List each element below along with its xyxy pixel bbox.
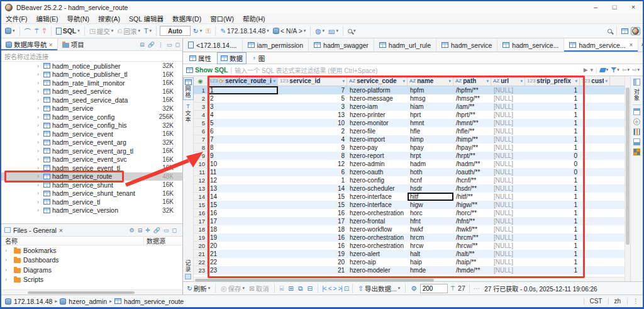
table-row[interactable]: 222220hzero-aiphaip/haip/**[NULL]1: [194, 258, 625, 266]
table-row[interactable]: 131314hzero-schedulerhsdr/hsdr/**[NULL]1: [194, 184, 625, 193]
chevron-right-icon[interactable]: ›: [37, 131, 43, 137]
cell-service_id[interactable]: 12: [278, 160, 347, 168]
chevron-right-icon[interactable]: ›: [5, 276, 11, 283]
refresh-icon[interactable]: ✛: [145, 227, 150, 233]
menu-item-3[interactable]: 搜索(A): [94, 14, 125, 23]
cell-path[interactable]: /hadm/**: [453, 160, 491, 168]
next-row-icon[interactable]: >: [333, 285, 336, 292]
cell-strip_prefix[interactable]: 1: [525, 242, 580, 250]
cell-service_code[interactable]: hzero-file: [347, 127, 408, 135]
value-circle-icon[interactable]: ⊕: [633, 118, 640, 125]
delete-row-icon[interactable]: ⊟: [306, 284, 314, 293]
presentation-grid-tab[interactable]: 网格: [183, 77, 194, 100]
column-header-path[interactable]: AZpath▾: [453, 76, 491, 86]
cell-service_code[interactable]: hzero-pay: [347, 143, 408, 152]
chevron-right-icon[interactable]: ›: [37, 122, 43, 128]
cell-service_code[interactable]: hzero-frontal: [347, 217, 408, 225]
tree-item[interactable]: ›hadm_service_event_arg_tl16K: [1, 147, 182, 155]
cell-url[interactable]: [NULL]: [491, 217, 525, 225]
row-number[interactable]: 5: [194, 119, 208, 127]
cell-service_id[interactable]: 9: [278, 143, 347, 152]
cell-strip_prefix[interactable]: 1: [525, 266, 580, 274]
column-filter-icon[interactable]: ▾: [448, 79, 451, 84]
cell-path[interactable]: /hpay/**: [453, 143, 491, 152]
tree-item[interactable]: ›hadm_service_event_svc16K: [1, 155, 182, 164]
tab-overflow-indicator[interactable]: »11: [638, 41, 644, 50]
network-icon[interactable]: 🖴▾: [327, 26, 340, 35]
editor-tab[interactable]: iam_permission: [243, 38, 309, 52]
table-row[interactable]: 141415hzero-interfacehitf/hitf/**[NULL]1: [194, 193, 625, 201]
cell-custom_sensi[interactable]: [580, 143, 610, 152]
cell-url[interactable]: [NULL]: [491, 127, 525, 135]
cell-service_id[interactable]: 2: [278, 127, 347, 135]
tree-item[interactable]: ›hadm_service_config256K: [1, 113, 182, 121]
files-tree-item[interactable]: ›Diagrams: [1, 265, 182, 275]
cell-service_id[interactable]: 1: [278, 176, 347, 184]
column-filter-icon[interactable]: ▾: [605, 79, 608, 84]
row-number[interactable]: 23: [194, 266, 208, 274]
cell-name[interactable]: hmnt: [408, 119, 453, 127]
cell-service_id[interactable]: 5: [278, 94, 347, 103]
files-tree-item[interactable]: ›Bookmarks: [1, 245, 182, 256]
cell-custom_sensi[interactable]: [580, 127, 610, 135]
cell-service_route_id[interactable]: 5: [208, 119, 278, 127]
tree-item[interactable]: ›hadm_seed_service16K: [1, 87, 182, 96]
link-editor-icon[interactable]: 🔗: [153, 227, 160, 233]
column-header-custom_sensi[interactable]: 123custom_sensi▾: [580, 76, 610, 86]
tree-item[interactable]: ›hadm_notice_publisher32K: [1, 62, 182, 70]
tree-item[interactable]: ›hadm_service_event_tl16K: [1, 164, 182, 172]
cell-custom_sensi[interactable]: [580, 168, 610, 176]
cell-strip_prefix[interactable]: 1: [525, 193, 580, 201]
cell-service_id[interactable]: 16: [278, 233, 347, 242]
cell-service_code[interactable]: hzero-platform: [347, 86, 408, 94]
cell-custom_sensi[interactable]: [580, 217, 610, 225]
row-number[interactable]: 22: [194, 258, 208, 266]
cloud-icon[interactable]: ◍▾: [314, 26, 326, 35]
disconnect-icon[interactable]: ⍢: [41, 26, 47, 36]
column-filter-icon[interactable]: ▾: [575, 79, 577, 84]
maximize-panel-icon[interactable]: ◻: [175, 42, 180, 48]
cell-service_code[interactable]: hzero-orchestration: [347, 242, 408, 250]
row-number[interactable]: 17: [194, 217, 208, 225]
cell-url[interactable]: [NULL]: [491, 209, 525, 217]
row-number[interactable]: 1: [194, 86, 208, 94]
cell-name[interactable]: hpfm: [408, 86, 453, 94]
cell-strip_prefix[interactable]: 0: [525, 168, 580, 176]
cell-strip_prefix[interactable]: 1: [525, 94, 580, 103]
navigator-filter-input[interactable]: 按名称过滤连接: [1, 51, 182, 62]
row-number[interactable]: 11: [194, 168, 208, 176]
row-number[interactable]: 19: [194, 233, 208, 242]
fetch-size-input[interactable]: [420, 284, 448, 293]
show-sql-button[interactable]: Show SQL: [186, 66, 228, 74]
menu-item-6[interactable]: 窗口(W): [206, 14, 238, 23]
cell-service_code[interactable]: hzero-workflow: [347, 225, 408, 233]
column-filter-icon[interactable]: ▾: [342, 79, 345, 84]
quick-search-icon[interactable]: [606, 28, 613, 34]
cell-custom_sensi[interactable]: [580, 225, 610, 233]
cell-name[interactable]: hitf: [408, 193, 453, 201]
cell-url[interactable]: [NULL]: [491, 94, 525, 103]
refresh-result-button[interactable]: ↻刷新▾: [186, 283, 211, 294]
tree-item[interactable]: ›hadm_service_config_his32K: [1, 121, 182, 130]
cell-service_route_id[interactable]: 9: [208, 152, 278, 160]
cell-custom_sensi[interactable]: [580, 160, 610, 168]
editor-tab[interactable]: hadm_service...×: [564, 38, 638, 52]
cell-strip_prefix[interactable]: 1: [525, 250, 580, 258]
prev-row-icon[interactable]: <: [328, 285, 331, 292]
cell-service_route_id[interactable]: 22: [208, 258, 278, 266]
cell-url[interactable]: [NULL]: [491, 201, 525, 209]
cell-custom_sensi[interactable]: [580, 209, 610, 217]
cell-url[interactable]: [NULL]: [491, 193, 525, 201]
apply-filter-icon[interactable]: ▶: [584, 67, 588, 73]
table-row[interactable]: 232321hzero-modelerhmde/hmde/**[NULL]1: [194, 266, 625, 274]
chevron-right-icon[interactable]: ›: [5, 257, 11, 263]
table-row[interactable]: 889hzero-payhpay/hpay/**[NULL]1: [194, 143, 625, 152]
cell-custom_sensi[interactable]: [580, 193, 610, 201]
cell-strip_prefix[interactable]: 1: [525, 233, 580, 242]
menu-item-7[interactable]: 帮助(H): [238, 14, 270, 23]
tree-item[interactable]: ›hadm_service_route48K: [1, 172, 182, 181]
cell-name[interactable]: hiam: [408, 103, 453, 111]
export-data-button[interactable]: ⇧导出数据...▾: [357, 283, 401, 294]
cell-name[interactable]: hpay: [408, 143, 453, 152]
new-sql-editor-button[interactable]: SQL▾: [55, 26, 81, 35]
